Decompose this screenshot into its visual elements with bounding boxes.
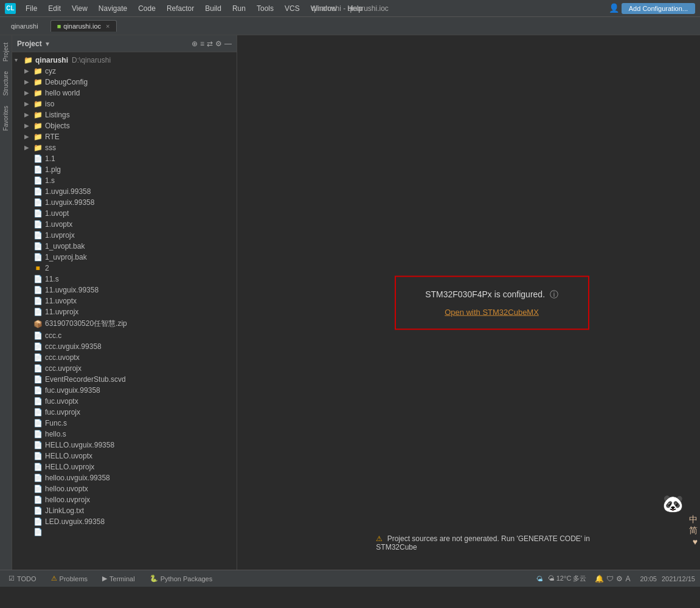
- item-label: ccc.uvguix.99358: [45, 342, 102, 351]
- todo-tab[interactable]: ☑ TODO: [5, 573, 40, 584]
- list-item[interactable]: ▶ 📄 helloo.uvguix.99358: [12, 472, 237, 483]
- file-icon: 📄: [33, 430, 43, 438]
- list-item[interactable]: ▶ 📁 iso: [12, 98, 237, 109]
- list-item[interactable]: ▶ 📄 Func.s: [12, 418, 237, 429]
- folder-icon: 📁: [33, 100, 43, 108]
- file-icon: 📄: [33, 485, 43, 492]
- list-item[interactable]: ▶ 📄 EventRecorderStub.scvd: [12, 374, 237, 385]
- list-item[interactable]: ▶ 📄 HELLO.uvoptx: [12, 451, 237, 461]
- sidebar-tab-project[interactable]: Project: [1, 38, 10, 66]
- add-configuration-button[interactable]: Add Configuration...: [622, 3, 695, 14]
- menu-edit[interactable]: Edit: [43, 3, 66, 14]
- list-item[interactable]: ▶ 📄 helloo.uvoptx: [12, 483, 237, 494]
- item-label: 11.uvoptx: [45, 297, 77, 305]
- list-item[interactable]: ▶ 📄 1_uvproj.bak: [12, 252, 237, 263]
- problems-icon: ⚠: [51, 575, 57, 582]
- tree-root[interactable]: ▾ 📁 qinarushi D:\qinarushi: [12, 55, 237, 66]
- shield-icon: 🛡: [606, 575, 614, 583]
- menu-view[interactable]: View: [67, 3, 92, 14]
- file-icon: 📄: [33, 275, 43, 283]
- list-item[interactable]: ▶ 📁 cyz: [12, 66, 237, 77]
- list-item[interactable]: ▶ 📁 Objects: [12, 120, 237, 131]
- item-label: 1_uvproj.bak: [45, 253, 87, 261]
- list-item[interactable]: ▶ 📄 ccc.uvoptx: [12, 352, 237, 363]
- terminal-tab[interactable]: ▶ Terminal: [99, 573, 139, 584]
- list-item[interactable]: ▶ 📄 1.uvgui.99358: [12, 186, 237, 197]
- list-item[interactable]: ▶ 📄 1.uvopt: [12, 208, 237, 219]
- icon-locate[interactable]: ⊕: [192, 40, 198, 48]
- icon-settings[interactable]: ⚙: [215, 40, 222, 48]
- list-item[interactable]: ▶ 📄 1_uvopt.bak: [12, 241, 237, 252]
- sidebar-tab-structure[interactable]: Structure: [1, 66, 10, 101]
- close-tab-icon[interactable]: ×: [106, 22, 109, 30]
- bear-emoji: 🐼: [645, 494, 700, 514]
- file-icon: 📄: [33, 420, 43, 427]
- list-item[interactable]: ▶ 📁 Listings: [12, 109, 237, 120]
- list-item[interactable]: ▶ 📄: [12, 527, 237, 537]
- list-item[interactable]: ▶ 📄 1.uvprojx: [12, 230, 237, 241]
- list-item[interactable]: ▶ 📄 1.uvoptx: [12, 219, 237, 230]
- list-item[interactable]: ▶ 📄 11.uvprojx: [12, 306, 237, 317]
- help-icon[interactable]: ⓘ: [550, 289, 558, 299]
- list-item[interactable]: ▶ 📄 1.s: [12, 175, 237, 186]
- list-item[interactable]: ▶ 📄 11.uvoptx: [12, 295, 237, 306]
- menu-vcs[interactable]: VCS: [280, 3, 305, 14]
- item-label: JLinkLog.txt: [45, 506, 84, 515]
- icon-collapse[interactable]: ≡: [200, 40, 204, 48]
- problems-tab[interactable]: ⚠ Problems: [47, 573, 91, 584]
- file-icon: 📄: [33, 463, 43, 471]
- list-item[interactable]: ▶ 📄 HELLO.uvprojx: [12, 461, 237, 472]
- project-root-tab[interactable]: qinarushi: [5, 21, 44, 32]
- icon-expand[interactable]: ⇄: [207, 40, 213, 48]
- list-item[interactable]: ▶ 📄 ccc.c: [12, 330, 237, 341]
- list-item[interactable]: ▶ 📄 LED.uvguix.99358: [12, 516, 237, 527]
- list-item[interactable]: ▶ 📄 helloo.uvprojx: [12, 494, 237, 505]
- arrow-icon: ▶: [24, 122, 32, 130]
- ioc-tab-label: qinarushi.ioc: [63, 22, 101, 30]
- item-label: hello world: [45, 89, 80, 97]
- python-tab[interactable]: 🐍 Python Packages: [146, 573, 217, 584]
- list-item[interactable]: ▶ 📁 hello world: [12, 88, 237, 98]
- ioc-config-box: STM32F030F4Px is configured. ⓘ Open with…: [395, 275, 589, 330]
- icon-close-panel[interactable]: —: [224, 40, 232, 48]
- sidebar-tab-favorites[interactable]: Favorites: [1, 101, 10, 136]
- file-icon: ■: [33, 264, 43, 272]
- item-label: ccc.c: [45, 331, 61, 340]
- list-item[interactable]: ▶ 📄 1.uvguix.99358: [12, 197, 237, 208]
- ioc-tab[interactable]: ■ qinarushi.ioc ×: [50, 20, 117, 32]
- list-item[interactable]: ▶ 📄 fuc.uvprojx: [12, 407, 237, 418]
- menu-tools[interactable]: Tools: [252, 3, 279, 14]
- menu-code[interactable]: Code: [133, 3, 161, 14]
- list-item[interactable]: ▶ 📄 HELLO.uvguix.99358: [12, 440, 237, 451]
- project-tree[interactable]: ▾ 📁 qinarushi D:\qinarushi ▶ 📁 cyz ▶ 📁 D…: [12, 52, 237, 570]
- project-dropdown-icon[interactable]: ▾: [46, 40, 49, 48]
- menu-file[interactable]: File: [21, 3, 42, 14]
- list-item[interactable]: ▶ 📄 JLinkLog.txt: [12, 505, 237, 516]
- list-item[interactable]: ▶ 📁 DebugConfig: [12, 77, 237, 88]
- item-label: fuc.uvprojx: [45, 408, 80, 416]
- status-right: 🌤 🌤 12°C 多云 🔔 🛡 ⚙ A 20:05 2021/12/15: [536, 574, 695, 583]
- menu-run[interactable]: Run: [227, 3, 251, 14]
- ioc-config-title: STM32F030F4Px is configured. ⓘ: [414, 289, 570, 300]
- list-item[interactable]: ▶ 📄 1.1: [12, 153, 237, 164]
- user-icon[interactable]: 👤: [609, 3, 619, 14]
- weather-icon: 🌤: [536, 575, 543, 582]
- list-item[interactable]: ▶ 📄 ccc.uvprojx: [12, 363, 237, 374]
- list-item[interactable]: ▶ 📄 fuc.uvoptx: [12, 396, 237, 407]
- file-icon: 📄: [33, 155, 43, 162]
- list-item[interactable]: ▶ 📄 11.uvguix.99358: [12, 285, 237, 295]
- list-item[interactable]: ▶ 📄 11.s: [12, 274, 237, 285]
- open-stm32cubemx-link[interactable]: Open with STM32CubeMX: [414, 307, 570, 316]
- list-item[interactable]: ▶ 📁 RTE: [12, 131, 237, 142]
- menu-navigate[interactable]: Navigate: [94, 3, 132, 14]
- list-item[interactable]: ▶ 📦 631907030520任智慧.zip: [12, 317, 237, 330]
- menu-refactor[interactable]: Refactor: [162, 3, 199, 14]
- list-item[interactable]: ▶ 📁 sss: [12, 142, 237, 153]
- list-item[interactable]: ▶ 📄 1.plg: [12, 164, 237, 175]
- list-item[interactable]: ▶ 📄 fuc.uvguix.99358: [12, 385, 237, 396]
- list-item[interactable]: ▶ 📄 ccc.uvguix.99358: [12, 341, 237, 352]
- list-item[interactable]: ▶ 📄 hello.s: [12, 429, 237, 440]
- file-icon: 📄: [33, 518, 43, 525]
- list-item[interactable]: ▶ ■ 2: [12, 263, 237, 274]
- menu-build[interactable]: Build: [200, 3, 226, 14]
